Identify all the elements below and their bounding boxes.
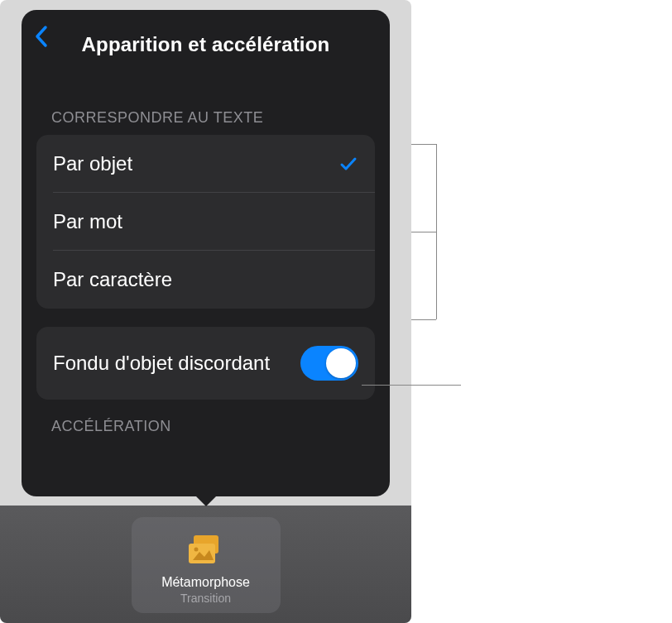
acceleration-header: Accélération (22, 418, 390, 435)
callout-line (411, 144, 436, 145)
svg-rect-1 (189, 544, 215, 563)
panel-title: Apparition et accélération (36, 33, 375, 56)
settings-panel: Apparition et accélération Correspondre … (22, 10, 390, 496)
option-by-object[interactable]: Par objet (36, 135, 375, 193)
option-label: Par mot (53, 210, 122, 233)
back-button[interactable] (34, 25, 49, 54)
transition-button[interactable]: Métamorphose Transition (132, 517, 281, 613)
fade-unmatched-row: Fondu d'objet discordant (36, 327, 375, 400)
transition-subtitle: Transition (180, 592, 231, 605)
checkmark-icon (338, 154, 358, 174)
fade-label: Fondu d'objet discordant (53, 351, 300, 376)
callout-line (436, 144, 437, 319)
transition-name: Métamorphose (161, 575, 250, 590)
option-label: Par objet (53, 152, 132, 175)
svg-point-3 (194, 548, 198, 552)
photos-icon (186, 535, 226, 568)
match-text-header: Correspondre au texte (22, 109, 390, 127)
option-by-character[interactable]: Par caractère (36, 251, 375, 309)
match-text-options: Par objet Par mot Par caractère (36, 135, 375, 309)
fade-toggle[interactable] (300, 346, 358, 381)
callout-line (411, 232, 436, 232)
toggle-knob (326, 348, 356, 378)
callout-line (411, 319, 436, 320)
option-label: Par caractère (53, 268, 172, 291)
option-by-word[interactable]: Par mot (36, 193, 375, 251)
callout-line (362, 385, 461, 386)
